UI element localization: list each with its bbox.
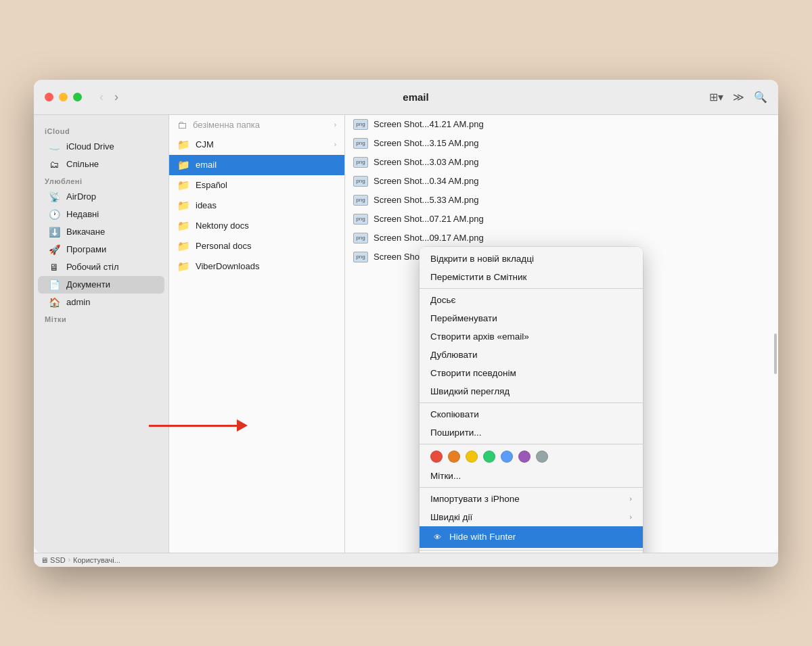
color-dot-purple[interactable] xyxy=(518,451,531,463)
search-icon[interactable]: 🔍 xyxy=(754,91,767,103)
path-label: Користувачі... xyxy=(73,556,120,564)
forward-button[interactable]: › xyxy=(110,89,122,106)
file-area: 🗀 безіменна папка › 📁 CJM › 📁 email 📁 Es… xyxy=(169,115,778,553)
menu-item-hide-funter[interactable]: 👁 Hide with Funter xyxy=(420,526,643,548)
file-thumbnail: png xyxy=(353,233,368,244)
folder-item-cjm[interactable]: 📁 CJM › xyxy=(169,135,344,155)
folder-item-viber[interactable]: 📁 ViberDownloads xyxy=(169,256,344,277)
folder-item-ideas[interactable]: 📁 ideas xyxy=(169,195,344,216)
sidebar-item-label: Викачане xyxy=(66,227,105,237)
menu-item-copy[interactable]: Скопіювати xyxy=(420,405,643,423)
path-separator: › xyxy=(68,556,70,563)
menu-item-label: Скопіювати xyxy=(430,409,479,419)
file-item[interactable]: png Screen Shot...3.03 AM.png xyxy=(345,153,778,172)
chevron-right-icon: › xyxy=(334,141,336,148)
sidebar-item-label: iCloud Drive xyxy=(66,141,114,152)
sidebar-section-favorites: Улюблені xyxy=(34,173,168,188)
menu-item-label: Перейменувати xyxy=(430,313,497,323)
traffic-lights xyxy=(45,93,82,101)
menu-item-quick-actions[interactable]: Швидкі дії › xyxy=(420,508,643,526)
close-button[interactable] xyxy=(45,93,53,101)
color-dot-orange[interactable] xyxy=(448,451,460,463)
arrange-icon[interactable]: ≫ xyxy=(733,91,744,103)
menu-item-archive[interactable]: Створити архів «email» xyxy=(420,327,643,346)
file-item[interactable]: png Screen Shot...3.15 AM.png xyxy=(345,134,778,153)
folder-icon: 📁 xyxy=(177,179,190,191)
sidebar-item-shared[interactable]: 🗂 Спільне xyxy=(38,156,164,173)
color-dot-yellow[interactable] xyxy=(466,451,478,463)
menu-item-label: Мітки... xyxy=(430,471,461,481)
submenu-chevron-icon: › xyxy=(629,513,632,521)
menu-item-rename[interactable]: Перейменувати xyxy=(420,309,643,327)
file-item[interactable]: png Screen Shot...09.17 AM.png xyxy=(345,229,778,248)
menu-item-label: Швидкий перегляд xyxy=(430,386,510,396)
folder-item-email[interactable]: 📁 email xyxy=(169,155,344,175)
file-item[interactable]: png Screen Shot...07.21 AM.png xyxy=(345,210,778,229)
menu-item-with-icon: 👁 Hide with Funter xyxy=(430,530,516,544)
minimize-button[interactable] xyxy=(59,93,68,101)
folder-item-unnamed[interactable]: 🗀 безіменна папка › xyxy=(169,115,344,135)
menu-item-quicklook[interactable]: Швидкий перегляд xyxy=(420,382,643,400)
sidebar-item-downloads[interactable]: ⬇️ Викачане xyxy=(38,223,164,241)
menu-item-import-iphone[interactable]: Імпортувати з iPhone › xyxy=(420,490,643,508)
menu-item-duplicate[interactable]: Дублювати xyxy=(420,346,643,364)
sidebar-item-label: admin xyxy=(66,297,90,307)
menu-item-share[interactable]: Поширити... xyxy=(420,423,643,442)
file-name: Screen Shot...09.17 AM.png xyxy=(374,233,484,243)
menu-item-open-tab[interactable]: Відкрити в новій вкладці xyxy=(420,250,643,268)
folder-icon: 📁 xyxy=(177,260,190,273)
sidebar-item-admin[interactable]: 🏠 admin xyxy=(38,294,164,311)
file-thumbnail: png xyxy=(353,176,368,187)
folder-icon: 🗀 xyxy=(177,119,187,131)
window-title: email xyxy=(131,91,701,103)
file-item[interactable]: png Screen Shot...0.34 AM.png xyxy=(345,172,778,191)
menu-item-label: Hide with Funter xyxy=(449,532,516,542)
maximize-button[interactable] xyxy=(73,93,82,101)
folder-label: ideas xyxy=(196,200,217,210)
sidebar-item-label: Документи xyxy=(66,279,110,290)
menu-item-label: Відкрити в новій вкладці xyxy=(430,254,534,264)
folder-column: 🗀 безіменна папка › 📁 CJM › 📁 email 📁 Es… xyxy=(169,115,345,553)
arrow-indicator xyxy=(149,419,248,432)
sidebar-item-recent[interactable]: 🕐 Недавні xyxy=(38,206,164,223)
recent-icon: 🕐 xyxy=(49,209,60,220)
back-button[interactable]: ‹ xyxy=(95,89,108,106)
folder-icon: 📁 xyxy=(177,220,190,232)
menu-item-label: Досьє xyxy=(430,295,455,305)
finder-content: iCloud ☁️ iCloud Drive 🗂 Спільне Улюблен… xyxy=(34,115,778,553)
color-dot-green[interactable] xyxy=(483,451,495,463)
folder-item-nektony[interactable]: 📁 Nektony docs xyxy=(169,216,344,236)
sidebar-item-documents[interactable]: 📄 Документи xyxy=(38,276,164,294)
folder-item-personal[interactable]: 📁 Personal docs xyxy=(169,236,344,256)
file-thumbnail: png xyxy=(353,195,368,206)
folder-label: ViberDownloads xyxy=(196,261,259,271)
admin-icon: 🏠 xyxy=(49,297,60,308)
folder-icon: 📁 xyxy=(177,159,190,171)
color-dot-red[interactable] xyxy=(430,451,443,463)
path-label: 🖥 SSD xyxy=(41,556,66,564)
scrollbar-handle[interactable] xyxy=(774,333,777,374)
menu-item-dosie[interactable]: Досьє xyxy=(420,291,643,309)
file-name: Screen Shot...3.15 AM.png xyxy=(374,138,478,148)
sidebar-item-apps[interactable]: 🚀 Програми xyxy=(38,241,164,258)
menu-item-alias[interactable]: Створити псевдонім xyxy=(420,364,643,382)
folder-item-espanol[interactable]: 📁 Español xyxy=(169,175,344,195)
folder-icon: 📁 xyxy=(177,200,190,212)
file-item[interactable]: png Screen Shot...41.21 AM.png xyxy=(345,115,778,134)
menu-item-trash[interactable]: Перемістити в Смітник xyxy=(420,268,643,286)
sidebar-item-airdrop[interactable]: 📡 AirDrop xyxy=(38,188,164,206)
file-thumbnail: png xyxy=(353,119,368,130)
funter-icon: 👁 xyxy=(430,530,444,544)
menu-item-tags[interactable]: Мітки... xyxy=(420,467,643,485)
status-bar: 🖥 SSD › Користувачі... xyxy=(34,553,778,567)
sidebar-item-icloud-drive[interactable]: ☁️ iCloud Drive xyxy=(38,138,164,156)
file-item[interactable]: png Screen Shot...5.33 AM.png xyxy=(345,191,778,210)
toolbar-right: ⊞▾ ≫ 🔍 xyxy=(709,91,767,103)
color-dot-blue[interactable] xyxy=(501,451,513,463)
file-name: Screen Shot...41.21 AM.png xyxy=(374,119,484,129)
folder-label: безіменна папка xyxy=(193,120,260,130)
color-dot-gray[interactable] xyxy=(536,451,548,463)
sidebar-item-desktop[interactable]: 🖥 Робочий стіл xyxy=(38,258,164,276)
menu-separator xyxy=(420,402,643,403)
view-toggle-icon[interactable]: ⊞▾ xyxy=(709,91,723,103)
